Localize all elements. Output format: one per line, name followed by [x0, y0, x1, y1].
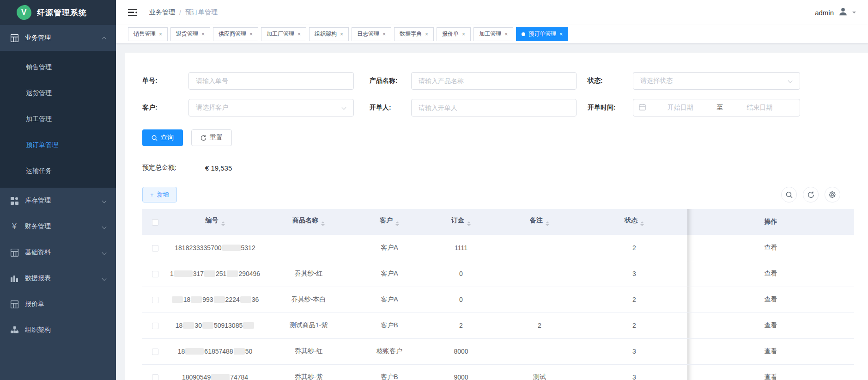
logo-icon: V: [16, 4, 32, 20]
cell-deposit: 1111: [424, 235, 498, 261]
row-checkbox[interactable]: [152, 349, 158, 355]
table-refresh-button[interactable]: [803, 187, 819, 202]
select-all-checkbox[interactable]: [152, 219, 158, 226]
view-link[interactable]: 查看: [765, 321, 777, 329]
view-link[interactable]: 查看: [765, 295, 777, 303]
row-checkbox[interactable]: [152, 297, 158, 303]
sidebar-subitem-label: 加工管理: [26, 115, 52, 123]
main-content: 单号: 产品名称: 状态: 请选择状态 客户: 请选择客户: [116, 43, 868, 380]
breadcrumb-separator: /: [179, 9, 181, 16]
sidebar-item-reports[interactable]: 数据报表: [0, 265, 116, 291]
view-tab[interactable]: 退货管理 ×: [170, 27, 210, 41]
close-icon[interactable]: ×: [382, 31, 386, 37]
username: admin: [815, 9, 834, 17]
cell-status: 3: [581, 261, 687, 287]
view-link[interactable]: 查看: [765, 347, 777, 355]
tags-view-bar: 销售管理 × 退货管理 × 供应商管理 × 加工厂管理: [116, 25, 868, 43]
view-link[interactable]: 查看: [765, 244, 777, 251]
sidebar-subitem[interactable]: 销售管理: [0, 55, 116, 80]
reset-button[interactable]: 重置: [191, 129, 232, 146]
sidebar-item-org[interactable]: 组织架构: [0, 317, 116, 343]
cell-customer: 客户A: [355, 287, 424, 313]
breadcrumb-current: 预订单管理: [185, 8, 218, 17]
sidebar-item-quotation[interactable]: 报价单: [0, 291, 116, 317]
sidebar-subitem[interactable]: 退货管理: [0, 80, 116, 106]
sidebar-subitem[interactable]: 预订单管理: [0, 132, 116, 158]
cell-status: 2: [581, 313, 687, 338]
sidebar-item-finance[interactable]: ¥ 财务管理: [0, 214, 116, 239]
cell-status: 3: [581, 364, 687, 380]
view-link[interactable]: 查看: [765, 373, 777, 380]
view-tab[interactable]: 加工厂管理 ×: [261, 27, 306, 41]
cell-id: 18993222436: [168, 287, 262, 313]
sort-icon[interactable]: [640, 220, 644, 228]
row-checkbox[interactable]: [152, 245, 158, 251]
order-no-input[interactable]: [188, 72, 354, 90]
cell-customer: 核账客户: [355, 338, 424, 364]
sidebar-toggle-icon[interactable]: [128, 9, 137, 16]
view-tab[interactable]: 组织架构 ×: [309, 27, 349, 41]
view-tab-label: 加工管理: [479, 30, 501, 38]
table-settings-button[interactable]: [825, 187, 840, 202]
close-icon[interactable]: ×: [201, 31, 205, 37]
query-button[interactable]: 查询: [142, 129, 183, 146]
view-tab[interactable]: 日志管理 ×: [352, 27, 391, 41]
view-tab-label: 加工厂管理: [267, 30, 294, 38]
sort-icon[interactable]: [546, 220, 549, 228]
row-checkbox[interactable]: [152, 271, 158, 277]
view-link[interactable]: 查看: [765, 270, 777, 277]
close-icon[interactable]: ×: [297, 31, 301, 37]
close-icon[interactable]: ×: [159, 31, 162, 37]
status-label: 状态:: [588, 77, 633, 85]
view-tab-label: 销售管理: [134, 30, 156, 38]
row-checkbox[interactable]: [152, 374, 158, 380]
view-tab[interactable]: 销售管理 ×: [128, 27, 168, 41]
close-icon[interactable]: ×: [462, 31, 465, 37]
cell-product: 乔其纱-本白: [262, 287, 355, 313]
customer-select[interactable]: 请选择客户: [188, 99, 354, 116]
sidebar-submenu-business: 销售管理 退货管理 加工管理 预订单管理 运输任务: [0, 51, 116, 188]
sidebar-item-label: 组织架构: [25, 326, 51, 334]
sidebar-item-inventory[interactable]: 库存管理: [0, 188, 116, 214]
cell-remark: [498, 235, 581, 261]
view-tab[interactable]: 预订单管理 ×: [516, 27, 568, 41]
col-header-action: 操作: [765, 218, 777, 225]
view-tab[interactable]: 数据字典 ×: [394, 27, 434, 41]
search-icon: [152, 135, 158, 141]
status-select[interactable]: 请选择状态: [633, 72, 800, 90]
product-name-input[interactable]: [411, 72, 577, 90]
cell-status: 2: [581, 287, 687, 313]
sort-icon[interactable]: [395, 220, 399, 228]
sort-icon[interactable]: [221, 220, 225, 228]
view-tab[interactable]: 报价单 ×: [437, 27, 471, 41]
close-icon[interactable]: ×: [504, 31, 508, 37]
end-date-placeholder[interactable]: 结束日期: [725, 104, 795, 112]
breadcrumb: 业务管理 / 预订单管理: [149, 8, 218, 17]
close-icon[interactable]: ×: [559, 31, 563, 37]
close-icon[interactable]: ×: [249, 31, 253, 37]
cell-id: 1317251290496: [168, 261, 262, 287]
creator-input[interactable]: [411, 99, 577, 116]
cell-remark: 2: [498, 313, 581, 338]
user-menu[interactable]: admin: [815, 6, 856, 18]
row-checkbox[interactable]: [152, 323, 158, 329]
view-tab[interactable]: 加工管理 ×: [473, 27, 513, 41]
date-range-picker[interactable]: 开始日期 至 结束日期: [633, 99, 800, 116]
sidebar-item-basic-data[interactable]: 基础资料: [0, 239, 116, 265]
sort-icon[interactable]: [321, 220, 325, 228]
close-icon[interactable]: ×: [340, 31, 343, 37]
sidebar-subitem[interactable]: 运输任务: [0, 158, 116, 184]
view-tab[interactable]: 供应商管理 ×: [213, 27, 258, 41]
cell-status: 2: [581, 235, 687, 261]
sort-icon[interactable]: [467, 220, 471, 228]
add-button[interactable]: + 新增: [142, 187, 177, 202]
breadcrumb-section[interactable]: 业务管理: [149, 8, 175, 17]
cell-remark: [498, 261, 581, 287]
sidebar-subitem[interactable]: 加工管理: [0, 106, 116, 132]
start-date-placeholder[interactable]: 开始日期: [646, 104, 715, 112]
creator-label: 开单人:: [370, 104, 411, 112]
table-search-button[interactable]: [781, 187, 797, 202]
close-icon[interactable]: ×: [425, 31, 428, 37]
sidebar-item-business[interactable]: 业务管理: [0, 25, 116, 51]
view-tab-label: 退货管理: [176, 30, 198, 38]
